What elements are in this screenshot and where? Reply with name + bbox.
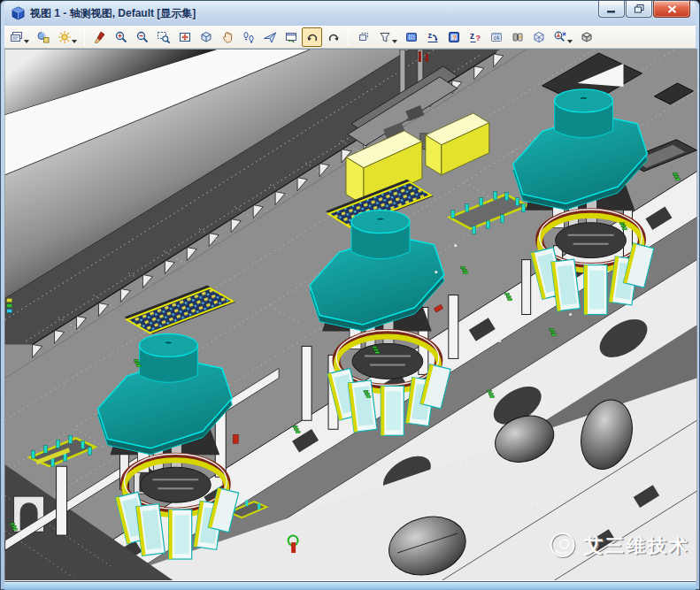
orbit-cube-button[interactable] [196, 27, 216, 47]
wireframe-cube-icon [532, 30, 546, 44]
toolbar-separator [84, 28, 85, 46]
panel-query-icon: ? [447, 30, 461, 44]
shaded-cube-button[interactable] [576, 27, 596, 47]
zoom-out-icon [135, 30, 150, 44]
zoom-out-button[interactable] [132, 27, 152, 47]
toolbar-separator [348, 28, 349, 46]
display-config-button[interactable] [6, 27, 27, 47]
render-mode-icon [36, 30, 50, 44]
work-plane-button[interactable] [401, 27, 421, 47]
undo-view-button[interactable] [302, 27, 322, 47]
paint-format-icon [93, 30, 107, 44]
dropdown-caret-icon[interactable] [567, 40, 573, 43]
viewport-3d[interactable]: 艾三维技术 艾三维技术 [4, 49, 697, 580]
zoom-in-icon [114, 30, 128, 44]
measure-3d-button[interactable] [550, 27, 570, 47]
z-query-icon: z? [468, 30, 482, 44]
dropdown-caret-icon[interactable] [24, 40, 29, 43]
shaded-cube-icon [580, 30, 594, 44]
view-window: 视图 1 - 轴测视图, Default [显示集] z?z?ok [0, 0, 700, 590]
zoom-in-button[interactable] [111, 27, 131, 47]
walk-icon [242, 30, 256, 44]
svg-text:z: z [470, 31, 474, 41]
battery-meter-button[interactable] [507, 27, 527, 47]
battery-meter-icon [511, 30, 525, 44]
zoom-fit-icon [178, 30, 192, 44]
selection-filter-button[interactable] [374, 27, 395, 47]
section-clip-icon [357, 30, 371, 44]
app-cube-icon [11, 6, 26, 21]
dropdown-caret-icon[interactable] [72, 40, 77, 43]
pan-hand-button[interactable] [217, 27, 237, 47]
display-config-icon [10, 30, 24, 44]
previous-view-icon [284, 30, 298, 44]
window-title: 视图 1 - 轴测视图, Default [显示集] [30, 6, 196, 21]
redo-view-button[interactable] [323, 27, 343, 47]
minimize-button[interactable] [598, 1, 625, 18]
work-plane-icon [404, 30, 419, 44]
window-bottom-border [4, 580, 696, 590]
previous-view-button[interactable] [281, 27, 301, 47]
svg-text:ok: ok [493, 34, 500, 41]
measure-3d-icon [553, 30, 567, 44]
dropdown-caret-icon[interactable] [392, 40, 397, 43]
render-mode-button[interactable] [33, 27, 53, 47]
selection-filter-icon [378, 30, 392, 44]
toolbar: z?z?ok [4, 26, 696, 49]
close-icon [667, 5, 677, 13]
redo-view-icon [327, 30, 341, 44]
pan-hand-icon [220, 30, 235, 44]
lighting-icon [58, 30, 72, 44]
zoom-fit-button[interactable] [174, 27, 195, 47]
walk-button[interactable] [238, 27, 258, 47]
svg-text:?: ? [475, 34, 481, 42]
svg-text:?: ? [452, 34, 457, 42]
restore-icon [635, 4, 644, 13]
confirm-dialog-icon: ok [489, 30, 504, 44]
z-order-icon: z [426, 30, 440, 44]
orbit-cube-icon [199, 30, 213, 44]
panel-query-button[interactable]: ? [443, 27, 464, 47]
section-clip-button[interactable] [353, 27, 373, 47]
fly-icon [263, 30, 277, 44]
fly-button[interactable] [259, 27, 280, 47]
watermark-text: 艾三维技术 [583, 535, 690, 556]
svg-text:z: z [427, 31, 432, 40]
z-query-button[interactable]: z? [465, 27, 485, 47]
restore-button[interactable] [626, 1, 652, 18]
zoom-window-icon [157, 30, 171, 44]
zoom-window-button[interactable] [153, 27, 173, 47]
minimize-icon [607, 5, 616, 13]
close-button[interactable] [653, 1, 690, 18]
confirm-dialog-button[interactable]: ok [486, 27, 506, 47]
z-order-button[interactable]: z [422, 27, 442, 47]
undo-view-icon [305, 30, 319, 44]
lighting-button[interactable] [54, 27, 74, 47]
paint-format-button[interactable] [89, 27, 110, 47]
title-bar[interactable]: 视图 1 - 轴测视图, Default [显示集] [4, 1, 696, 26]
wireframe-cube-button[interactable] [528, 27, 549, 47]
